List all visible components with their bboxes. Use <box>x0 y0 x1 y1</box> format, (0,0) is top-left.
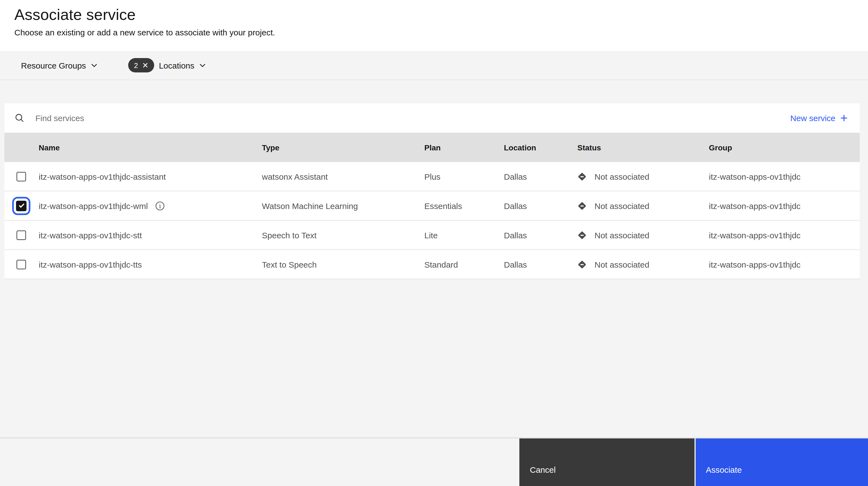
status-cell: Not associated <box>578 230 709 240</box>
cancel-button[interactable]: Cancel <box>519 438 694 486</box>
group-cell: itz-watson-apps-ov1thjdc <box>709 230 860 240</box>
service-name: itz-watson-apps-ov1thjdc-stt <box>39 230 142 240</box>
locations-count-tag[interactable]: 2 <box>128 58 154 73</box>
page-title: Associate service <box>14 5 136 25</box>
filter-bar: Resource Groups 2 Locations <box>0 51 868 80</box>
locations-filter-clear-button[interactable] <box>142 62 148 68</box>
info-icon[interactable]: i <box>155 201 164 210</box>
not-associated-icon <box>578 172 587 181</box>
associate-button[interactable]: Associate <box>695 438 868 486</box>
location-cell: Dallas <box>504 260 578 269</box>
location-cell: Dallas <box>504 230 578 240</box>
status-text: Not associated <box>594 260 649 269</box>
not-associated-icon <box>578 201 587 210</box>
column-header-group: Group <box>709 143 860 152</box>
checkbox-focus-ring <box>12 197 30 215</box>
not-associated-icon <box>578 260 587 269</box>
table-row[interactable]: itz-watson-apps-ov1thjdc-assistant watso… <box>4 162 860 191</box>
type-cell: Watson Machine Learning <box>262 201 424 210</box>
row-checkbox-checked[interactable] <box>16 200 27 211</box>
status-cell: Not associated <box>578 172 709 181</box>
service-name: itz-watson-apps-ov1thjdc-assistant <box>39 172 166 181</box>
name-cell: itz-watson-apps-ov1thjdc-assistant <box>39 172 262 181</box>
table-row[interactable]: itz-watson-apps-ov1thjdc-stt Speech to T… <box>4 221 860 250</box>
new-service-button[interactable]: New service <box>790 113 847 123</box>
row-select-cell <box>4 260 39 269</box>
close-icon <box>142 62 148 68</box>
locations-filter[interactable]: 2 Locations <box>128 58 205 73</box>
type-cell: Text to Speech <box>262 260 424 269</box>
table-row[interactable]: itz-watson-apps-ov1thjdc-wml i Watson Ma… <box>4 191 860 221</box>
chevron-down-icon <box>199 63 206 67</box>
status-text: Not associated <box>594 172 649 181</box>
page-subtitle: Choose an existing or add a new service … <box>14 27 275 38</box>
associate-service-modal: Associate service Choose an existing or … <box>0 0 868 486</box>
service-name: itz-watson-apps-ov1thjdc-wml <box>39 201 148 210</box>
row-select-cell <box>4 172 39 181</box>
row-select-cell <box>4 230 39 240</box>
column-header-type: Type <box>262 143 424 152</box>
plan-cell: Standard <box>424 260 504 269</box>
row-select-cell <box>4 197 39 215</box>
search-input[interactable] <box>34 113 790 123</box>
column-header-plan: Plan <box>424 143 504 152</box>
row-checkbox[interactable] <box>17 172 26 181</box>
resource-groups-filter-label: Resource Groups <box>21 61 86 70</box>
group-cell: itz-watson-apps-ov1thjdc <box>709 260 860 269</box>
name-cell: itz-watson-apps-ov1thjdc-wml i <box>39 201 262 210</box>
status-text: Not associated <box>594 201 649 210</box>
location-cell: Dallas <box>504 172 578 181</box>
plan-cell: Essentials <box>424 201 504 210</box>
column-header-status: Status <box>578 143 709 152</box>
table-toolbar: New service <box>4 104 860 133</box>
column-header-location: Location <box>504 143 578 152</box>
column-header-name: Name <box>39 143 262 152</box>
table-header-row: Name Type Plan Location Status Group <box>4 133 860 162</box>
plan-cell: Plus <box>424 172 504 181</box>
type-cell: Speech to Text <box>262 230 424 240</box>
plan-cell: Lite <box>424 230 504 240</box>
plus-icon <box>840 114 847 122</box>
not-associated-icon <box>578 230 587 240</box>
status-text: Not associated <box>594 230 649 240</box>
services-card: New service Name Type Plan Location Stat… <box>4 104 860 279</box>
new-service-label: New service <box>790 113 835 123</box>
svg-text:i: i <box>159 203 161 209</box>
status-cell: Not associated <box>578 260 709 269</box>
type-cell: watsonx Assistant <box>262 172 424 181</box>
name-cell: itz-watson-apps-ov1thjdc-stt <box>39 230 262 240</box>
row-checkbox[interactable] <box>17 260 26 269</box>
location-cell: Dallas <box>504 201 578 210</box>
chevron-down-icon <box>91 63 97 67</box>
row-checkbox[interactable] <box>17 230 26 240</box>
group-cell: itz-watson-apps-ov1thjdc <box>709 172 860 181</box>
status-cell: Not associated <box>578 201 709 210</box>
search-icon <box>15 113 24 123</box>
group-cell: itz-watson-apps-ov1thjdc <box>709 201 860 210</box>
table-row[interactable]: itz-watson-apps-ov1thjdc-tts Text to Spe… <box>4 250 860 279</box>
locations-filter-label: Locations <box>159 61 194 70</box>
service-name: itz-watson-apps-ov1thjdc-tts <box>39 260 142 269</box>
modal-header: Associate service Choose an existing or … <box>0 0 868 51</box>
resource-groups-filter[interactable]: Resource Groups <box>21 61 97 70</box>
locations-count: 2 <box>134 62 138 69</box>
name-cell: itz-watson-apps-ov1thjdc-tts <box>39 260 262 269</box>
